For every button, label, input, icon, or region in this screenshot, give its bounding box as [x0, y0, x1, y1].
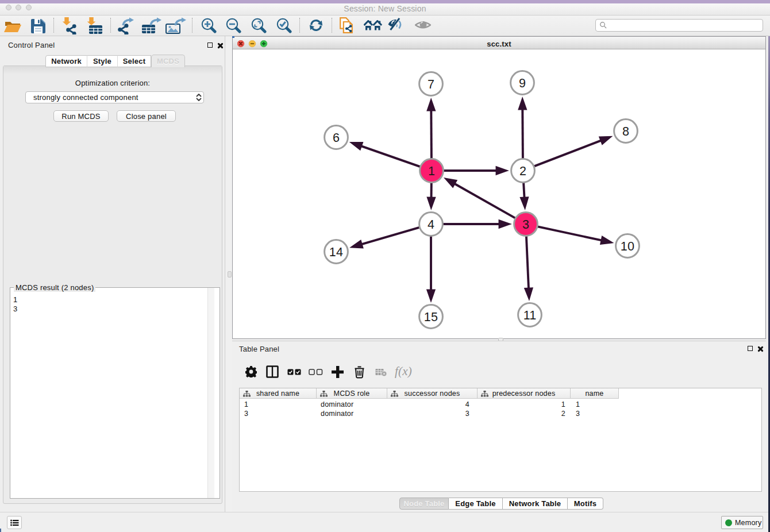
svg-text:4: 4: [428, 218, 434, 232]
svg-text:11: 11: [523, 309, 537, 322]
svg-text:10: 10: [621, 240, 634, 253]
svg-text:9: 9: [519, 76, 526, 90]
svg-text:8: 8: [622, 125, 629, 138]
svg-text:7: 7: [428, 78, 434, 91]
svg-text:1: 1: [428, 164, 435, 178]
svg-text:15: 15: [424, 310, 438, 324]
svg-text:3: 3: [522, 218, 529, 232]
svg-text:6: 6: [333, 131, 340, 145]
svg-text:2: 2: [519, 164, 526, 178]
svg-text:14: 14: [329, 245, 343, 259]
